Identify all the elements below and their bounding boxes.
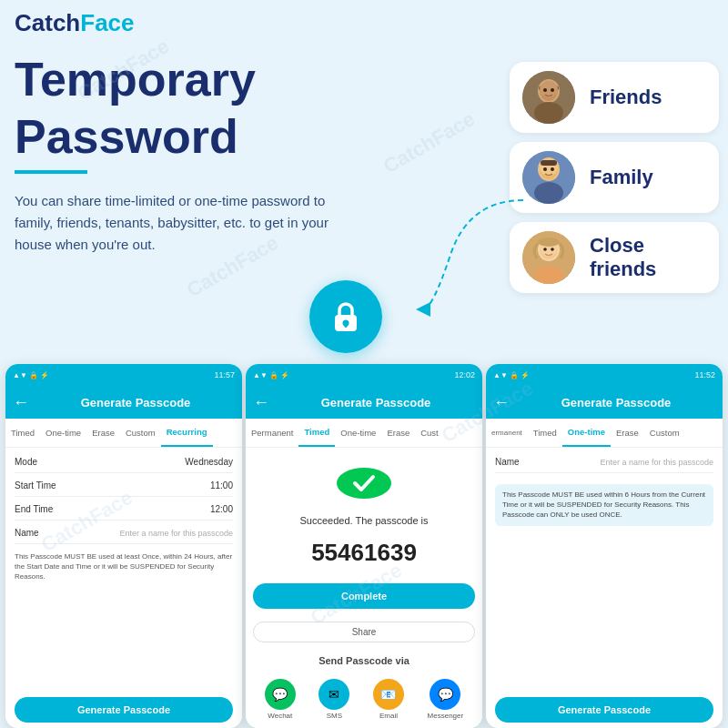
svg-point-16 (534, 182, 563, 204)
success-icon (337, 468, 391, 499)
phone3-status-bar: ▲▼ 🔒 ⚡ 11:52 (486, 364, 723, 386)
svg-point-14 (551, 167, 554, 171)
lock-icon-float (309, 280, 382, 353)
passcode-number: 55461639 (253, 539, 475, 567)
phone-recurring: ▲▼ 🔒 ⚡ 11:57 ← Generate Passcode Timed O… (5, 364, 242, 728)
svg-point-5 (540, 81, 558, 97)
phone3-time: 11:52 (694, 370, 715, 379)
complete-btn[interactable]: Complete (253, 583, 475, 609)
phone1-generate-btn[interactable]: Generate Passcode (15, 697, 233, 723)
phone1-tab-erase[interactable]: Erase (86, 419, 120, 447)
phone2-tab-permanent[interactable]: Permanent (246, 419, 298, 447)
svg-point-21 (543, 248, 547, 251)
phone1-label-endtime: End Time (15, 504, 53, 514)
logo-face: Face (80, 9, 134, 37)
svg-point-22 (551, 248, 554, 251)
phone3-placeholder-name: Enter a name for this passcode (600, 458, 713, 467)
phone2-tab-erase[interactable]: Erase (381, 419, 415, 447)
phone-timed: ▲▼ 🔒 ⚡ 12:02 ← Generate Passcode Permane… (246, 364, 482, 728)
phone1-placeholder-name: Enter a name for this passcode (119, 529, 233, 538)
hero-title-line2: Password (15, 112, 451, 162)
phone1-field-name: Name Enter a name for this passcode (15, 528, 233, 544)
share-icons: 💬 Wechat ✉ SMS 📧 Email 💬 Messenger (253, 673, 475, 725)
lock-svg (328, 298, 364, 335)
checkmark-icon (349, 468, 379, 499)
title-underline (15, 170, 87, 174)
share-email[interactable]: 📧 Email (373, 679, 404, 720)
svg-rect-15 (541, 160, 557, 166)
phone3-info-box: This Passcode MUST BE used within 6 Hour… (495, 484, 713, 526)
svg-rect-27 (345, 323, 348, 328)
success-text: Succeeded. The passcode is (253, 515, 475, 526)
person-cards: Friends Family (510, 62, 719, 293)
phone2-back-arrow[interactable]: ← (253, 393, 269, 412)
person-card-close-friends[interactable]: Close friends (510, 222, 719, 293)
phone3-tab-onetime[interactable]: One-time (562, 419, 611, 447)
wechat-icon: 💬 (265, 679, 296, 710)
svg-point-24 (534, 266, 563, 284)
hero-description: You can share time-limited or one-time p… (15, 190, 360, 256)
person-name-family: Family (590, 166, 653, 189)
phone1-tab-recurring[interactable]: Recurring (161, 419, 213, 447)
share-label: Send Passcode via (253, 655, 475, 666)
phone3-top-bar: ← Generate Passcode (486, 386, 723, 419)
hero-title-line1: Temporary (15, 55, 451, 105)
person-card-family[interactable]: Family (510, 142, 719, 213)
phone1-signal: ▲▼ 🔒 ⚡ (13, 371, 49, 379)
email-icon: 📧 (373, 679, 404, 710)
phone2-tab-cust[interactable]: Cust (415, 419, 444, 447)
phone2-time: 12:02 (454, 370, 475, 379)
phone2-tabs: Permanent Timed One-time Erase Cust (246, 419, 482, 448)
sms-label: SMS (327, 712, 342, 720)
phone1-field-starttime: Start Time 11:00 (15, 480, 233, 497)
phone-onetime: ▲▼ 🔒 ⚡ 11:52 ← Generate Passcode ermanen… (486, 364, 723, 728)
phone1-body: Mode Wednesday Start Time 11:00 End Time… (5, 448, 242, 728)
phone1-tab-custom[interactable]: Custom (120, 419, 161, 447)
svg-point-7 (551, 88, 554, 92)
phone2-tab-onetime[interactable]: One-time (335, 419, 381, 447)
phone3-title: Generate Passcode (517, 396, 715, 410)
phone3-tab-permanent[interactable]: ermanent (486, 419, 528, 447)
phone1-back-arrow[interactable]: ← (13, 393, 29, 412)
phone3-label-name: Name (495, 457, 520, 467)
avatar-friends (522, 71, 575, 124)
svg-point-23 (538, 238, 560, 247)
avatar-friends-svg (522, 71, 575, 124)
phone3-tab-custom[interactable]: Custom (644, 419, 685, 447)
logo: Catch Face (15, 9, 135, 37)
phone1-field-endtime: End Time 12:00 (15, 504, 233, 521)
phone1-tab-onetime[interactable]: One-time (40, 419, 86, 447)
phone1-top-bar: ← Generate Passcode (5, 386, 242, 419)
phone1-status-bar: ▲▼ 🔒 ⚡ 11:57 (5, 364, 242, 386)
phone1-tab-timed[interactable]: Timed (5, 419, 40, 447)
person-card-friends[interactable]: Friends (510, 62, 719, 133)
phone1-value-starttime: 11:00 (210, 480, 233, 490)
phone3-back-arrow[interactable]: ← (493, 393, 510, 412)
share-messenger[interactable]: 💬 Messenger (428, 679, 464, 720)
phone3-tab-timed[interactable]: Timed (528, 419, 562, 447)
phone2-title: Generate Passcode (277, 396, 475, 410)
phone1-label-name: Name (15, 528, 39, 538)
svg-point-8 (534, 102, 563, 124)
share-btn-alt[interactable]: Share (253, 622, 475, 642)
phone3-generate-btn[interactable]: Generate Passcode (495, 697, 713, 723)
share-sms[interactable]: ✉ SMS (318, 679, 349, 720)
phone2-status-bar: ▲▼ 🔒 ⚡ 12:02 (246, 364, 482, 386)
phone2-signal: ▲▼ 🔒 ⚡ (253, 371, 289, 379)
phone1-label-starttime: Start Time (15, 480, 56, 490)
share-wechat[interactable]: 💬 Wechat (265, 679, 296, 720)
phone1-field-mode: Mode Wednesday (15, 457, 233, 473)
phone3-signal: ▲▼ 🔒 ⚡ (493, 371, 530, 379)
hero-section: Temporary Password You can share time-li… (15, 55, 451, 256)
email-label: Email (379, 712, 398, 720)
messenger-icon: 💬 (430, 679, 460, 710)
arrow-connector (414, 191, 532, 318)
phone1-warning: This Passcode MUST BE used at least Once… (15, 551, 233, 582)
phone3-tab-erase[interactable]: Erase (611, 419, 644, 447)
phone2-tab-timed[interactable]: Timed (298, 419, 335, 447)
phone1-label-mode: Mode (15, 457, 37, 467)
phone3-field-name: Name Enter a name for this passcode (495, 457, 713, 473)
sms-icon: ✉ (318, 679, 349, 710)
phones-row: ▲▼ 🔒 ⚡ 11:57 ← Generate Passcode Timed O… (0, 364, 728, 728)
svg-point-13 (543, 167, 547, 171)
